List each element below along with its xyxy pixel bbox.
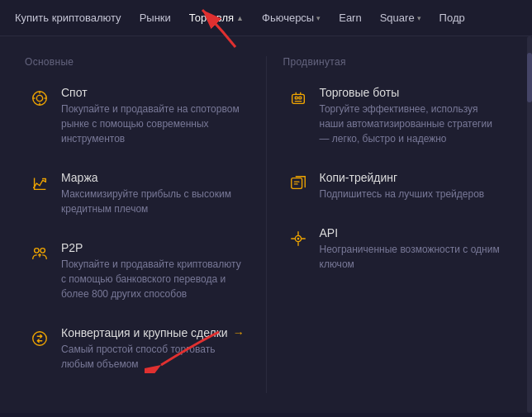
column-divider (266, 56, 267, 393)
convert-title: Конвертация и крупные сделки → (61, 326, 245, 339)
copy-text: Копи-трейдинг Подпишитесь на лучших трей… (320, 171, 485, 201)
menu-bots[interactable]: Торговые боты Торгуйте эффективнее, испо… (283, 83, 508, 149)
spot-text: Спот Покупайте и продавайте на споторвом… (61, 86, 243, 146)
svg-rect-12 (298, 97, 301, 99)
menu-p2p[interactable]: P2P Покупайте и продавайте криптовалюту … (25, 238, 249, 305)
left-column: Основные Спот Покупайте и продавайте н (25, 56, 249, 393)
top-nav: Купить криптовалюту Рынки Торговля ▲ Фью… (0, 0, 532, 36)
convert-desc: Самый простой способ торговать любым объ… (61, 342, 243, 372)
square-chevron-icon: ▾ (417, 14, 421, 22)
margin-desc: Максимизируйте прибыль с высоким кредитн… (61, 187, 243, 216)
nav-markets[interactable]: Рынки (131, 7, 179, 29)
menu-api[interactable]: API Неограниченные возможности с одним к… (283, 223, 508, 275)
svg-rect-13 (291, 178, 302, 189)
spot-icon (28, 87, 51, 110)
menu-spot[interactable]: Спот Покупайте и продавайте на споторвом… (25, 83, 249, 149)
page-wrapper: Купить криптовалюту Рынки Торговля ▲ Фью… (0, 0, 532, 413)
bots-text: Торговые боты Торгуйте эффективнее, испо… (320, 86, 501, 146)
menu-convert[interactable]: Конвертация и крупные сделки → Самый про… (25, 323, 249, 375)
spot-title: Спот (61, 86, 243, 99)
svg-point-9 (33, 332, 47, 346)
right-section-title: Продвинутая (283, 56, 508, 68)
margin-icon (28, 172, 51, 195)
convert-icon (28, 327, 51, 350)
scrollbar[interactable] (527, 36, 532, 413)
svg-point-15 (297, 238, 299, 240)
copy-desc: Подпишитесь на лучших трейдеров (320, 187, 485, 201)
margin-title: Маржа (61, 171, 243, 184)
futures-chevron-icon: ▾ (316, 14, 321, 22)
convert-arrow-icon: → (233, 326, 245, 339)
nav-buy-crypto[interactable]: Купить криптовалюту (7, 7, 130, 29)
p2p-desc: Покупайте и продавайте криптовалюту с по… (61, 257, 243, 301)
left-section-title: Основные (25, 56, 249, 68)
convert-text: Конвертация и крупные сделки → Самый про… (61, 326, 245, 372)
scroll-thumb[interactable] (527, 53, 532, 102)
bots-desc: Торгуйте эффективнее, используя наши авт… (320, 102, 501, 146)
p2p-title: P2P (61, 241, 243, 254)
menu-copy[interactable]: Копи-трейдинг Подпишитесь на лучших трей… (283, 168, 508, 205)
spot-desc: Покупайте и продавайте на споторвом рынк… (61, 102, 243, 146)
svg-rect-11 (295, 97, 297, 99)
right-column: Продвинутая Торговые боты Торгуйте эффек… (283, 56, 508, 393)
menu-margin[interactable]: Маржа Максимизируйте прибыль с высоким к… (25, 168, 249, 220)
nav-earn[interactable]: Earn (330, 7, 369, 29)
margin-text: Маржа Максимизируйте прибыль с высоким к… (61, 171, 243, 216)
copy-icon (287, 172, 310, 195)
api-title: API (320, 226, 501, 239)
api-text: API Неограниченные возможности с одним к… (320, 226, 501, 272)
trade-chevron-icon: ▲ (236, 14, 244, 22)
api-desc: Неограниченные возможности с одним ключо… (320, 242, 501, 272)
svg-point-2 (36, 95, 42, 101)
api-icon (287, 227, 310, 250)
p2p-icon (28, 242, 51, 265)
copy-title: Копи-трейдинг (320, 171, 485, 184)
svg-rect-10 (292, 94, 304, 103)
nav-more[interactable]: Подр (431, 7, 473, 29)
nav-futures[interactable]: Фьючерсы ▾ (254, 7, 329, 29)
svg-point-7 (35, 249, 40, 254)
nav-square[interactable]: Square ▾ (372, 7, 430, 29)
nav-trade[interactable]: Торговля ▲ (181, 7, 252, 29)
svg-point-8 (40, 249, 45, 254)
bots-title: Торговые боты (320, 86, 501, 99)
bots-icon (287, 87, 310, 110)
p2p-text: P2P Покупайте и продавайте криптовалюту … (61, 241, 243, 301)
trade-dropdown: Основные Спот Покупайте и продавайте н (0, 36, 532, 413)
